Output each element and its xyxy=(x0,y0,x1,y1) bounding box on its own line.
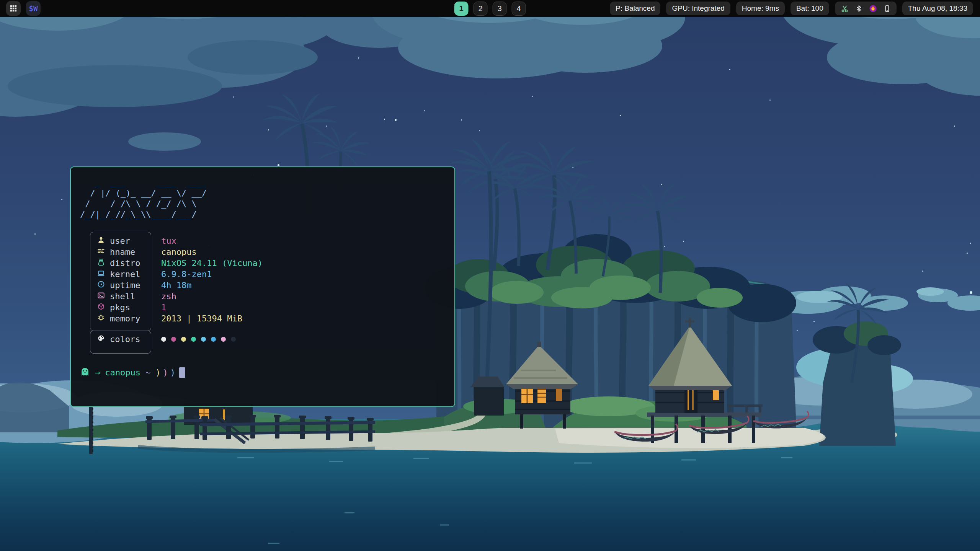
prompt-cwd: ~ xyxy=(145,368,150,377)
workspace-3[interactable]: 3 xyxy=(493,2,507,16)
workspace-1[interactable]: 1 xyxy=(454,2,469,16)
palette-dot xyxy=(201,337,206,342)
fetch-colors-frame xyxy=(90,331,151,354)
shell-logo-button[interactable]: $W xyxy=(26,1,41,16)
nixos-ascii-logo: _ ___ ____ ____ / |/ (_)_ __/ __ \/ __/ … xyxy=(80,177,445,220)
cloud-top-left xyxy=(0,0,436,151)
workspace-4[interactable]: 4 xyxy=(512,2,526,16)
clock-pill[interactable]: Thu Aug 08, 18:33 xyxy=(902,2,973,15)
terminal-cursor xyxy=(179,367,185,378)
system-tray xyxy=(835,2,897,15)
ghost-icon xyxy=(80,367,90,378)
scissors-icon[interactable] xyxy=(841,5,849,13)
color-palette xyxy=(151,337,236,342)
prompt-chevron-2: ) xyxy=(163,368,168,377)
bluetooth-icon[interactable] xyxy=(855,5,862,12)
palette-dot xyxy=(181,337,186,342)
desktop: $W 1 2 3 4 P: Balanced GPU: Integrated H… xyxy=(0,0,980,551)
palette-dot xyxy=(231,337,236,342)
palette-dot xyxy=(221,337,226,342)
flame-icon[interactable] xyxy=(869,5,877,13)
ping-pill[interactable]: Home: 9ms xyxy=(736,2,785,15)
launcher-button[interactable] xyxy=(6,1,21,16)
top-bar: $W 1 2 3 4 P: Balanced GPU: Integrated H… xyxy=(0,0,980,17)
prompt-chevron-3: ) xyxy=(170,368,175,377)
workspace-2[interactable]: 2 xyxy=(474,2,488,16)
palette-dot xyxy=(211,337,216,342)
prompt-host: canopus xyxy=(105,368,140,377)
palette-dot xyxy=(191,337,196,342)
palette-dot xyxy=(161,337,166,342)
fetch-panel: user tux hname canopus distro NixOS 24.1… xyxy=(90,235,381,350)
app-grid-icon xyxy=(10,5,17,12)
prompt-arrow: → xyxy=(95,368,100,377)
battery-pill[interactable]: Bat: 100 xyxy=(791,2,829,15)
phone-icon[interactable] xyxy=(884,5,891,12)
gpu-pill[interactable]: GPU: Integrated xyxy=(666,2,730,15)
shell-logo-label: $W xyxy=(29,4,38,13)
prompt-chevron-1: ) xyxy=(155,368,160,377)
power-profile-pill[interactable]: P: Balanced xyxy=(610,2,660,15)
fetch-label-frame xyxy=(90,232,151,331)
workspace-switcher: 1 2 3 4 xyxy=(454,2,526,16)
terminal-window[interactable]: _ ___ ____ ____ / |/ (_)_ __/ __ \/ __/ … xyxy=(70,166,455,407)
shell-prompt[interactable]: → canopus ~ ) ) ) xyxy=(80,367,445,378)
palette-dot xyxy=(171,337,176,342)
